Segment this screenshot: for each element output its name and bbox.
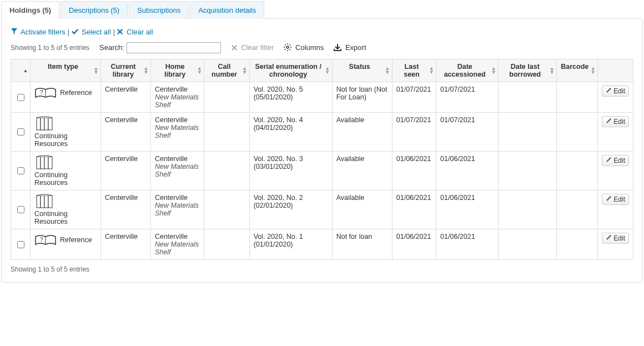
tab-acquisition-details[interactable]: Acquisition details <box>190 1 264 19</box>
cell-current-library: Centerville <box>101 229 151 260</box>
tab-subscriptions[interactable]: Subscriptions <box>129 1 189 19</box>
pencil-icon <box>606 195 612 203</box>
cell-date-last-borrowed <box>499 190 557 229</box>
edit-button[interactable]: Edit <box>602 233 629 244</box>
edit-label: Edit <box>613 157 625 164</box>
cell-date-accessioned: 01/06/2021 <box>436 229 499 260</box>
search-input[interactable] <box>127 42 221 53</box>
cell-last-seen: 01/06/2021 <box>392 190 436 229</box>
cell-status: Not for loan <box>332 229 392 260</box>
table-row: Continuing ResourcesCentervilleCentervil… <box>11 152 633 190</box>
cell-item-type: Continuing Resources <box>31 190 101 229</box>
col-barcode[interactable]: Barcode ▲▼ <box>557 59 598 82</box>
col-home-library[interactable]: Home library ▲▼ <box>150 59 204 82</box>
edit-button[interactable]: Edit <box>602 116 629 127</box>
export-label: Export <box>345 43 366 52</box>
edit-button[interactable]: Edit <box>602 155 629 166</box>
edit-label: Edit <box>613 118 625 126</box>
table-row: ReferenceCentervilleCentervilleNew Mater… <box>11 82 633 113</box>
cell-item-type: Reference <box>31 229 101 260</box>
cell-current-library: Centerville <box>101 152 151 190</box>
col-date-last-borrowed[interactable]: Date last borrowed ▲▼ <box>499 59 557 82</box>
home-library-shelf: New Materials Shelf <box>155 163 199 178</box>
row-checkbox[interactable] <box>17 241 24 248</box>
col-date-accessioned[interactable]: Date accessioned ▲▼ <box>436 59 499 82</box>
sort-arrows-icon: ▲▼ <box>243 67 247 74</box>
holdings-panel: Activate filters | Select all | Clear al… <box>1 18 643 283</box>
cell-call-number <box>204 113 249 152</box>
col-status[interactable]: Status ▲▼ <box>332 59 392 82</box>
columns-button[interactable]: Columns <box>284 43 324 53</box>
row-checkbox[interactable] <box>17 94 24 101</box>
cell-last-seen: 01/06/2021 <box>392 152 436 190</box>
download-icon <box>334 43 341 53</box>
row-checkbox[interactable] <box>17 206 24 213</box>
sort-arrows-icon: ▲▼ <box>144 67 148 74</box>
home-library-name: Centerville <box>155 155 188 163</box>
search-label: Search: <box>99 43 124 52</box>
col-serial-enum[interactable]: Serial enumeration / chronology ▲▼ <box>249 59 332 82</box>
cell-item-type: Continuing Resources <box>31 113 101 152</box>
cell-home-library: CentervilleNew Materials Shelf <box>150 82 204 113</box>
cell-current-library: Centerville <box>101 190 151 229</box>
export-button[interactable]: Export <box>334 43 366 53</box>
col-item-type[interactable]: Item type ▲▼ <box>31 59 101 82</box>
col-home-library-label: Home library <box>164 63 185 78</box>
x-icon <box>231 44 238 53</box>
filter-toolbar: Activate filters | Select all | Clear al… <box>11 28 633 37</box>
sort-arrows-icon: ▲▼ <box>94 67 98 74</box>
cell-home-library: CentervilleNew Materials Shelf <box>150 113 204 152</box>
sort-arrow-icon: ▲ <box>23 69 28 73</box>
pencil-icon <box>606 234 612 242</box>
home-library-shelf: New Materials Shelf <box>155 240 199 256</box>
item-type-label: Reference <box>60 89 92 97</box>
clear-filter-label: Clear filter <box>241 43 274 52</box>
cell-current-library: Centerville <box>101 82 151 113</box>
item-type-label: Continuing Resources <box>34 171 97 187</box>
book-open-icon <box>34 86 57 100</box>
check-icon <box>71 28 78 37</box>
cell-home-library: CentervilleNew Materials Shelf <box>150 229 204 260</box>
edit-label: Edit <box>613 87 625 95</box>
row-checkbox[interactable] <box>17 167 24 174</box>
pencil-icon <box>606 118 612 126</box>
cell-serial-enum: Vol. 2020, No. 4 (04/01/2020) <box>249 113 332 152</box>
cell-actions: Edit <box>598 229 633 260</box>
home-library-name: Centerville <box>155 116 188 124</box>
edit-button[interactable]: Edit <box>602 86 629 97</box>
cell-item-type: Continuing Resources <box>31 152 101 190</box>
home-library-name: Centerville <box>155 194 188 202</box>
edit-label: Edit <box>613 234 625 242</box>
row-checkbox[interactable] <box>17 128 24 136</box>
col-call-number[interactable]: Call number ▲▼ <box>204 59 249 82</box>
edit-label: Edit <box>613 195 625 203</box>
cell-status: Available <box>332 152 392 190</box>
col-item-type-label: Item type <box>48 63 78 71</box>
cell-status: Available <box>332 190 392 229</box>
col-last-seen-label: Last seen <box>404 63 420 78</box>
col-last-seen[interactable]: Last seen ▲▼ <box>392 59 436 82</box>
cell-last-seen: 01/06/2021 <box>392 229 436 260</box>
item-type-label: Reference <box>60 236 92 244</box>
cell-date-last-borrowed <box>499 152 557 190</box>
col-current-library[interactable]: Current library ▲▼ <box>101 59 151 82</box>
tab-descriptions[interactable]: Descriptions (5) <box>61 1 128 19</box>
edit-button[interactable]: Edit <box>602 194 629 205</box>
col-checkbox[interactable]: ▲ <box>11 59 31 82</box>
clear-filter-button[interactable]: Clear filter <box>231 43 274 53</box>
sort-arrows-icon: ▲▼ <box>491 67 496 74</box>
cell-date-last-borrowed <box>499 82 557 113</box>
tab-holdings[interactable]: Holdings (5) <box>1 1 59 19</box>
clear-all-link[interactable]: Clear all <box>117 28 153 36</box>
cell-date-accessioned: 01/07/2021 <box>436 82 499 113</box>
cell-actions: Edit <box>598 190 633 229</box>
table-toolbar: Showing 1 to 5 of 5 entries Search: Clea… <box>11 42 633 53</box>
select-all-link[interactable]: Select all <box>71 28 113 36</box>
home-library-shelf: New Materials Shelf <box>155 124 199 139</box>
home-library-name: Centerville <box>155 86 188 93</box>
col-date-last-borrowed-label: Date last borrowed <box>509 63 541 78</box>
activate-filters-link[interactable]: Activate filters <box>11 28 67 36</box>
cell-actions: Edit <box>598 82 633 113</box>
cell-call-number <box>204 190 249 229</box>
entries-info: Showing 1 to 5 of 5 entries <box>11 44 89 52</box>
